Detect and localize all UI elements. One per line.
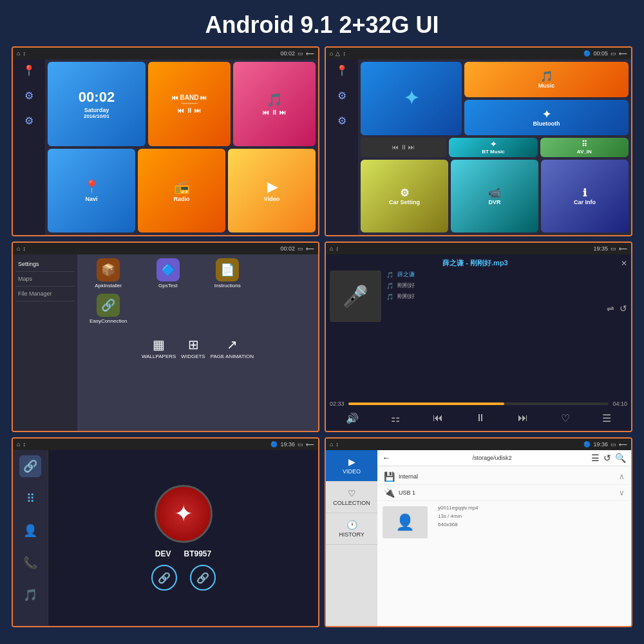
- bt-pair-icon[interactable]: 🔗: [151, 565, 177, 591]
- apkinstaller-icon: 📦: [97, 258, 120, 281]
- dvr-tile[interactable]: 📹 DVR: [451, 160, 538, 233]
- status-right-4: 19:35 ▭ ⟵: [593, 245, 627, 252]
- volume-btn[interactable]: 🔊: [346, 412, 359, 424]
- status-bar-5: ⌂ ↕ 🔵 19:36 ▭ ⟵: [13, 439, 318, 450]
- av-in-tile[interactable]: ⠿ AV_IN: [540, 138, 629, 157]
- internal-folder-icon: 💾: [384, 471, 395, 482]
- app-apkinstaller[interactable]: 📦 ApkInstaller: [81, 258, 136, 289]
- drawer-item-settings[interactable]: Settings: [15, 257, 75, 272]
- bt-link-icon[interactable]: 🔗: [19, 455, 41, 477]
- drawer-item-maps[interactable]: Maps: [15, 272, 75, 287]
- transport-controls[interactable]: ⏮ ⏸ ⏭: [361, 138, 446, 157]
- gear-icon-1[interactable]: ⚙: [24, 115, 33, 127]
- fm-sidebar-history[interactable]: 🕐 HISTORY: [326, 513, 377, 545]
- fm-item-internal[interactable]: 💾 Internal ∧: [380, 469, 629, 485]
- screen3-body: Settings Maps File Manager 📦 ApkInstalle…: [13, 254, 318, 430]
- drawer-item-filemanager[interactable]: File Manager: [15, 287, 75, 301]
- bt-call-icon[interactable]: 📞: [19, 552, 41, 574]
- status-right-5: 🔵 19:36 ▭ ⟵: [270, 441, 314, 448]
- internal-expand-icon: ∧: [619, 472, 625, 481]
- location-icon-2[interactable]: 📍: [336, 64, 348, 77]
- instructions-icon: 📄: [216, 258, 239, 281]
- artist-name: 薛之谦: [397, 270, 415, 279]
- music-note-icon: 🎵: [267, 92, 283, 108]
- radio-tile[interactable]: ⏮ BAND ⏭ 〰〰〰 ⏮ ⏸ ⏭: [148, 62, 231, 146]
- playback-controls: 🔊 ⚏ ⏮ ⏸ ⏭ ♡ ☰: [330, 410, 627, 427]
- music-controls: ⏮ ⏸ ⏭: [263, 109, 286, 116]
- equalizer-btn[interactable]: ⚏: [391, 412, 400, 424]
- bt-sidebar: 🔗 ⠿ 👤 📞 🎵: [13, 450, 48, 626]
- bt-button[interactable]: ✦: [155, 485, 213, 543]
- car-info-tile[interactable]: ℹ Car Info: [541, 160, 629, 233]
- music-app-tile[interactable]: 🎵 Music: [464, 62, 629, 97]
- fm-refresh-icon[interactable]: ↺: [603, 453, 611, 463]
- home-icon-4: ⌂: [330, 245, 333, 252]
- video-sidebar-icon: ▶: [330, 457, 374, 467]
- video-label: Video: [264, 196, 279, 202]
- wallpapers-icon: ▦: [153, 337, 165, 352]
- bt-contact-icon[interactable]: 👤: [19, 520, 41, 542]
- fm-sidebar-video[interactable]: ▶ VIDEO: [326, 450, 377, 482]
- usb1-expand-icon: ∨: [619, 488, 625, 497]
- shuffle-icon[interactable]: ⇌: [607, 303, 614, 314]
- car-info-label: Car Info: [574, 199, 596, 205]
- action-page-anim[interactable]: ↗ PAGE ANIMATION: [211, 337, 254, 359]
- gear-icon-2[interactable]: ⚙: [337, 115, 346, 127]
- radio-bottom-tile[interactable]: 📻 Radio: [138, 149, 225, 233]
- fm-content: 💾 Internal ∧ 🔌 USB 1 ∨ 👤 y: [377, 466, 631, 626]
- fm-thumbnail[interactable]: 👤: [383, 506, 428, 538]
- fm-sidebar-collection[interactable]: ♡ COLLECTION: [326, 482, 377, 513]
- bluetooth-icon-large: ✦: [404, 88, 419, 109]
- clock-tile[interactable]: 00:02 Saturday 2016/10/01: [48, 62, 146, 146]
- settings-icon-2[interactable]: ⚙: [337, 90, 346, 102]
- app-instructions[interactable]: 📄 Instructions: [200, 258, 255, 289]
- fm-sort-icon[interactable]: ☰: [591, 453, 600, 463]
- prev-btn[interactable]: ⏮: [433, 412, 443, 424]
- fm-search-icon[interactable]: 🔍: [615, 453, 626, 463]
- action-wallpapers[interactable]: ▦ WALLPAPERS: [142, 337, 176, 359]
- location-icon-1[interactable]: 📍: [23, 64, 35, 77]
- bt-device-name: BT9957: [184, 549, 211, 558]
- progress-bar-bg[interactable]: [348, 402, 609, 405]
- music-tile[interactable]: 🎵 ⏮ ⏸ ⏭: [233, 62, 316, 146]
- play-pause-btn[interactable]: ⏸: [475, 412, 486, 424]
- bt-dial-icon[interactable]: ⠿: [23, 488, 39, 509]
- appgrid-row1: ✦ 🎵 Music ✦ Bluetooth: [361, 62, 629, 135]
- fm-item-usb1[interactable]: 🔌 USB 1 ∨: [380, 485, 629, 501]
- bt-icon-6: 🔵: [583, 441, 591, 448]
- home-icon-1: ⌂: [17, 50, 20, 57]
- navi-tile[interactable]: 📍 Navi: [48, 149, 135, 233]
- bt-music-tile[interactable]: ✦ BT Music: [449, 138, 537, 157]
- app-easyconnection[interactable]: 🔗 EasyConnection: [81, 294, 136, 324]
- fm-path: /storage/udisk2: [472, 455, 511, 461]
- appgrid-right-col: 🎵 Music ✦ Bluetooth: [464, 62, 629, 135]
- favorite-btn[interactable]: ♡: [561, 412, 570, 424]
- music-close-btn[interactable]: ✕: [621, 259, 627, 268]
- car-setting-tile[interactable]: ⚙ Car Setting: [361, 160, 448, 233]
- bt-status-2: 🔵: [583, 50, 591, 57]
- bluetooth-app-icon2: ✦: [542, 108, 551, 120]
- bt-music-icon[interactable]: 🎵: [19, 584, 41, 606]
- home-icon-2: ⌂: [330, 50, 333, 57]
- next-btn[interactable]: ⏭: [518, 412, 528, 424]
- bluetooth-app-tile2[interactable]: ✦ Bluetooth: [464, 100, 629, 135]
- playlist-btn[interactable]: ☰: [602, 412, 611, 424]
- video-tile[interactable]: ▶ Video: [228, 149, 316, 233]
- fm-file-preview: 👤 y0011egqqlv.mp4 13s / 4min 640x368: [380, 504, 629, 541]
- bt-disconnect-icon[interactable]: 🔗: [190, 565, 216, 591]
- bluetooth-app-tile[interactable]: ✦: [361, 62, 462, 135]
- fm-back-icon[interactable]: ←: [383, 453, 390, 462]
- action-widgets[interactable]: ⊞ WIDGETS: [181, 337, 205, 359]
- battery-icon-1: ▭: [298, 50, 303, 57]
- repeat-icon[interactable]: ↺: [620, 303, 627, 314]
- clock-time: 00:02: [79, 89, 115, 106]
- app-gpstest[interactable]: 🔷 GpsTest: [141, 258, 196, 289]
- status-bar-1: ⌂ ↕ 00:02 ▭ ⟵: [13, 48, 318, 59]
- settings-icon-1[interactable]: ⚙: [24, 90, 33, 102]
- navi-label: Navi: [85, 196, 97, 202]
- battery-icon-5: ▭: [298, 441, 303, 448]
- album-name: 刚刚好: [397, 281, 415, 290]
- history-sidebar-icon: 🕐: [330, 520, 374, 530]
- car-setting-icon: ⚙: [400, 187, 409, 199]
- album-row: 🎵 刚刚好: [386, 281, 627, 290]
